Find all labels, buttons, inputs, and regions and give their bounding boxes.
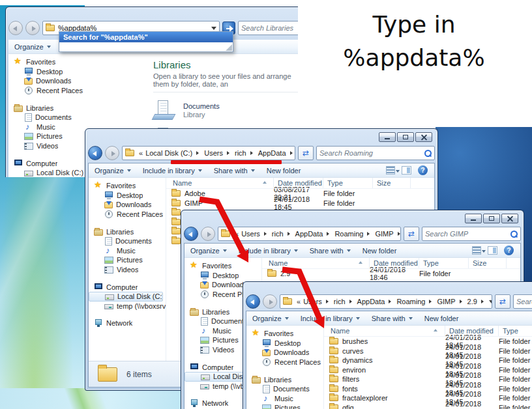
refresh-button[interactable] [495,294,510,309]
change-view-icon[interactable] [472,246,481,255]
help-icon[interactable] [504,246,514,255]
refresh-button[interactable] [404,227,419,241]
sidebar-item[interactable]: Favorites [89,181,166,191]
library-item[interactable]: Documents Library [153,100,298,120]
toolbar-button[interactable]: Organize [246,311,295,325]
file-row[interactable]: fonts 24/01/2018 18:45 File folder [324,384,532,394]
file-row[interactable]: environ 24/01/2018 18:45 File folder [324,365,532,375]
column-header-name[interactable]: Name [324,326,445,336]
sidebar-item[interactable]: Recent Places [8,86,142,96]
sidebar-item[interactable]: Favorites [246,329,323,339]
toolbar-button[interactable]: Organize [185,244,233,257]
address-bar[interactable]: « Local Disk (C:)UsersrichAppDataRoaming [122,146,295,160]
file-row[interactable]: fractalexplorer 24/01/2018 18:45 File fo… [324,393,532,403]
sidebar-item[interactable]: Network [89,318,166,328]
sidebar-item[interactable]: Desktop [185,271,261,281]
address-bar[interactable]: « UsersrichAppDataRoamingGIMP [218,227,401,241]
breadcrumb-item[interactable]: rich [272,230,295,238]
sidebar-item[interactable]: Downloads [246,348,323,358]
column-header-size[interactable]: Size [469,258,507,268]
toolbar-button[interactable]: Organize [89,163,137,177]
sidebar-item[interactable]: Pictures [246,403,323,409]
search-input[interactable] [241,24,298,32]
minimize-button[interactable] [379,132,396,142]
refresh-button[interactable] [298,146,314,160]
sidebar-item[interactable]: Music [89,246,166,256]
sidebar-item[interactable]: Documents [89,236,166,246]
breadcrumb-item[interactable]: Local Disk (C:) [145,149,204,157]
column-header-size[interactable]: Size [373,178,411,188]
file-row[interactable]: GIMP 24/01/2018 18:45 File folder [166,199,434,208]
search-box[interactable] [513,294,532,309]
file-row[interactable]: filters 24/01/2018 18:45 File folder [324,374,532,384]
breadcrumb-item[interactable]: GIMP [375,230,401,238]
column-header-date[interactable]: Date modified [274,178,323,188]
sidebar-item[interactable]: Favorites [185,261,261,271]
breadcrumb-item[interactable]: Roaming [396,298,437,305]
forward-button[interactable] [201,227,215,241]
file-row[interactable]: gfig 24/01/2018 18:45 File folder [324,403,532,409]
sidebar-item[interactable]: Computer [89,282,166,292]
help-icon[interactable] [418,165,428,175]
search-box[interactable] [422,227,521,241]
toolbar-button[interactable]: Share with [366,311,419,325]
file-row[interactable]: brushes 24/01/2018 18:45 File folder [324,337,532,346]
back-button[interactable] [184,227,198,241]
back-button[interactable] [8,21,23,35]
toolbar-button[interactable]: Include in library [295,311,366,325]
toolbar-button[interactable]: Include in library [233,244,304,257]
address-bar[interactable]: « UsersrichAppDataRoamingGIMP2.9 [280,294,492,309]
close-button[interactable] [415,132,432,142]
breadcrumb-item[interactable]: rich [235,149,258,157]
minimize-button[interactable] [465,214,482,223]
forward-button[interactable] [105,146,119,160]
column-header-type[interactable]: Type [499,326,532,336]
search-suggestion[interactable]: Search for "%appdata%" [59,32,233,42]
breadcrumb-item[interactable]: AppData [357,298,397,305]
sidebar-item[interactable]: Favorites [8,57,142,67]
toolbar-button-organize[interactable]: Organize [8,40,57,53]
column-header-type[interactable]: Type [419,258,469,268]
search-box[interactable] [316,146,435,160]
breadcrumb-item[interactable]: Users [303,298,334,305]
file-row[interactable]: dynamics 24/01/2018 18:45 File folder [324,356,532,365]
sidebar-item[interactable]: Libraries [89,227,166,236]
sidebar-item[interactable]: Local Disk (C:) [89,292,163,302]
address-dropdown-icon[interactable] [489,300,492,306]
sidebar-item[interactable]: Downloads [8,76,142,86]
toolbar-button[interactable]: Include in library [137,163,208,177]
column-header-name[interactable]: Name [262,258,370,268]
search-input[interactable] [425,230,509,238]
breadcrumb-item[interactable]: Roaming [334,230,375,238]
file-row[interactable]: curves 24/01/2018 18:45 File folder [324,346,532,356]
maximize-button[interactable] [483,214,500,223]
sidebar-item[interactable]: Desktop [8,67,142,77]
breadcrumb-item[interactable]: 2.9 [467,298,489,305]
sidebar-item[interactable]: Desktop [246,339,323,348]
forward-button[interactable] [263,294,277,309]
file-row[interactable]: 2.9 24/01/2018 18:46 File folder [262,269,520,279]
breadcrumb-item[interactable]: GIMP [437,298,467,305]
sidebar-item[interactable]: Libraries [8,103,142,113]
column-header-type[interactable]: Type [323,178,373,188]
breadcrumb-item[interactable]: AppData [258,149,295,157]
toolbar-button[interactable]: New folder [261,163,307,177]
back-button[interactable] [88,146,102,160]
preview-pane-icon[interactable] [402,166,411,175]
column-header-date[interactable]: Date modified [370,258,419,268]
sidebar-item[interactable]: Libraries [246,374,323,384]
breadcrumb-item[interactable]: AppData [295,230,335,238]
sidebar-item[interactable]: Documents [8,113,142,122]
toolbar-button[interactable]: Share with [304,244,357,257]
maximize-button[interactable] [397,132,414,142]
forward-button[interactable] [25,21,40,35]
breadcrumb-item[interactable]: Users [241,230,272,238]
sidebar-item[interactable]: Documents [246,384,323,394]
sidebar-item[interactable]: Videos [89,265,166,275]
sidebar-item[interactable]: Music [246,394,323,404]
sidebar-item[interactable]: temp (\\vboxsrv) (E: [89,302,166,311]
search-input[interactable] [516,298,532,305]
toolbar-button[interactable]: Share with [208,163,261,177]
sidebar-item[interactable]: Recent Places [89,210,166,219]
toolbar-button[interactable]: New folder [419,311,465,325]
